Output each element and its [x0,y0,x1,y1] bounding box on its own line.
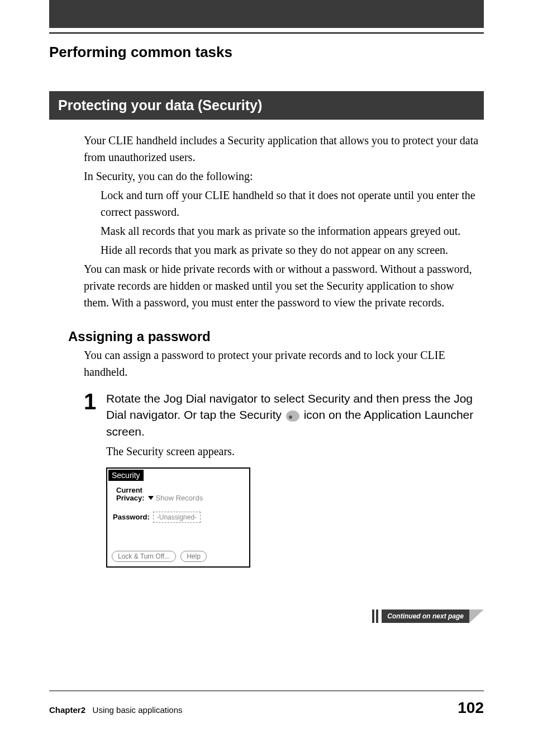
continued-banner: Continued on next page [372,609,484,623]
bullet-item-1: Lock and turn off your CLIE handheld so … [49,187,484,220]
continued-bar-1 [372,609,374,623]
privacy-row: Current Privacy: Show Records [116,486,245,503]
password-row: Password: -Unassigned- [113,512,245,523]
footer-left: Chapter2 Using basic applications [49,705,182,715]
privacy-value-text: Show Records [156,494,203,502]
screenshot-body: Current Privacy: Show Records Password: … [107,481,249,566]
privacy-dropdown[interactable]: Show Records [148,494,203,502]
step-result: The Security screen appears. [106,443,479,460]
continued-arrow-icon [469,609,484,623]
continued-text: Continued on next page [382,609,469,623]
privacy-label: Current Privacy: [116,486,145,503]
after-bullets-paragraph: You can mask or hide private records wit… [49,261,484,311]
step-instruction: Rotate the Jog Dial navigator to select … [106,390,479,440]
step-content: Rotate the Jog Dial navigator to select … [106,390,479,460]
dropdown-triangle-icon [148,496,154,500]
page-title: Performing common tasks [49,44,484,61]
section-heading: Protecting your data (Security) [49,91,484,120]
screenshot-title: Security [108,470,144,481]
intro-paragraph-2: In Security, you can do the following: [49,168,484,185]
security-screenshot: Security Current Privacy: Show Records P… [106,467,250,568]
header-rule [49,32,484,34]
bullet-item-2: Mask all records that you mark as privat… [49,223,484,239]
intro-paragraph-1: Your CLIE handheld includes a Security a… [49,132,484,166]
content-area: Performing common tasks Protecting your … [0,32,533,568]
subheading-assigning-password: Assigning a password [49,329,484,344]
footer-chapter-title: Using basic applications [93,705,183,715]
privacy-label-line1: Current [116,486,142,494]
password-field[interactable]: -Unassigned- [153,512,201,523]
privacy-label-line2: Privacy: [116,494,145,502]
security-icon [286,410,299,422]
step-1: 1 Rotate the Jog Dial navigator to selec… [49,390,484,460]
continued-bar-2 [376,609,378,623]
header-bar [49,0,484,28]
bullet-item-3: Hide all records that you mark as privat… [49,242,484,258]
page-number: 102 [458,699,484,717]
lock-turn-off-button[interactable]: Lock & Turn Off... [112,551,176,562]
screenshot-button-row: Lock & Turn Off... Help [112,551,245,562]
subheading-body: You can assign a password to protect you… [49,347,484,380]
password-label: Password: [113,513,150,521]
help-button[interactable]: Help [180,551,207,562]
step-number: 1 [84,390,106,460]
continued-bars [372,609,378,623]
page-footer: Chapter2 Using basic applications 102 [49,691,484,717]
footer-chapter: Chapter2 [49,705,85,715]
